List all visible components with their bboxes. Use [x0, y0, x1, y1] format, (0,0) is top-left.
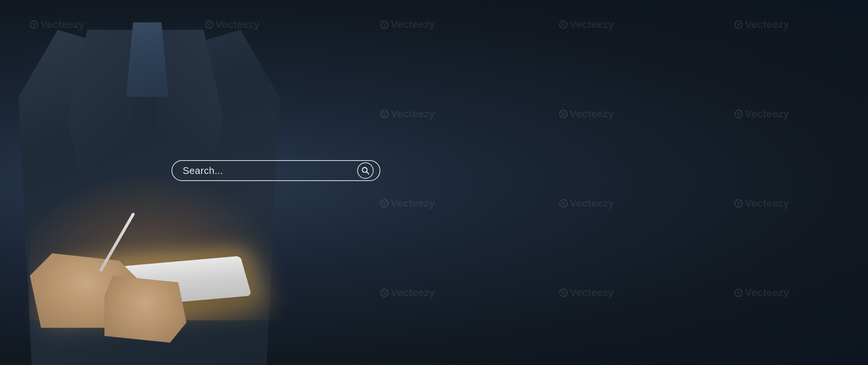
svg-line-1	[367, 172, 369, 174]
hand-right	[104, 276, 186, 343]
search-icon	[361, 166, 369, 175]
search-bar-container: Search...	[172, 160, 380, 181]
scene: VVecteezyVVecteezyVVecteezyVVecteezyVVec…	[0, 0, 868, 365]
search-bar[interactable]: Search...	[172, 160, 380, 181]
search-button[interactable]	[357, 162, 374, 179]
search-placeholder-text: Search...	[183, 165, 357, 177]
